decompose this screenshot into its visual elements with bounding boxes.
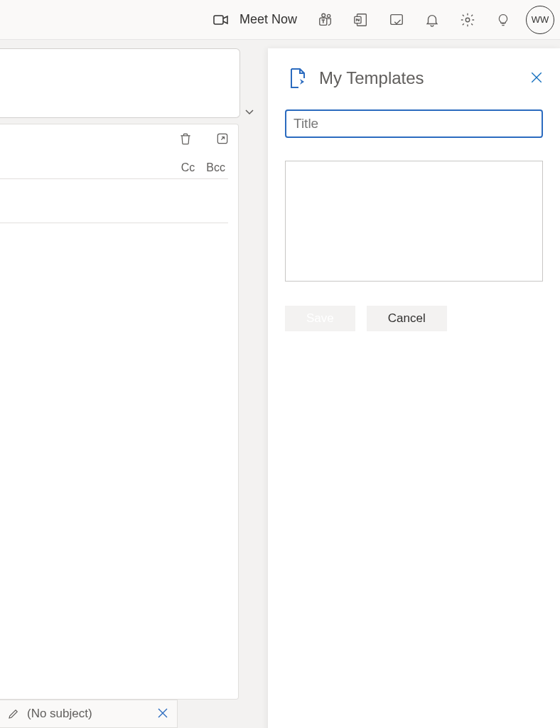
draft-tab[interactable]: (No subject)	[0, 700, 178, 728]
templates-panel: My Templates Save Cancel	[268, 48, 560, 728]
panel-header: My Templates	[268, 48, 560, 90]
avatar[interactable]: WW	[526, 6, 554, 34]
cc-bcc-row: Cc Bcc	[181, 161, 225, 174]
templates-icon	[286, 67, 309, 90]
template-title-input[interactable]	[285, 109, 543, 138]
pencil-icon	[7, 707, 20, 720]
popout-icon[interactable]	[214, 130, 231, 147]
template-body-input[interactable]	[285, 161, 543, 282]
meet-now-label: Meet Now	[239, 12, 297, 27]
subject-field-underline	[0, 223, 228, 223]
gear-icon[interactable]	[451, 3, 485, 37]
close-icon[interactable]	[530, 71, 544, 85]
svg-rect-0	[214, 16, 223, 24]
close-icon[interactable]	[157, 707, 170, 720]
svg-rect-6	[391, 14, 403, 24]
todo-icon[interactable]	[379, 3, 414, 37]
bell-icon[interactable]	[415, 3, 449, 37]
from-dropdown-box[interactable]	[0, 48, 240, 118]
draft-tab-label: (No subject)	[27, 707, 150, 721]
svg-point-2	[322, 14, 325, 17]
chevron-down-icon[interactable]	[242, 104, 257, 119]
svg-point-1	[327, 14, 330, 17]
panel-buttons: Save Cancel	[285, 306, 543, 331]
bcc-button[interactable]: Bcc	[206, 161, 225, 174]
avatar-initials: WW	[532, 14, 549, 25]
lightbulb-icon[interactable]	[486, 3, 520, 37]
onenote-feed-icon[interactable]	[344, 3, 378, 37]
to-field-underline	[0, 178, 228, 179]
video-icon	[212, 11, 230, 28]
teams-icon[interactable]	[308, 3, 343, 37]
save-button[interactable]: Save	[285, 306, 355, 331]
panel-title: My Templates	[319, 68, 530, 88]
cancel-button[interactable]: Cancel	[367, 306, 447, 331]
panel-body: Save Cancel	[268, 90, 560, 331]
top-bar: Meet Now	[0, 0, 560, 40]
compose-card: Cc Bcc	[0, 124, 239, 700]
svg-point-7	[465, 18, 470, 22]
cc-button[interactable]: Cc	[181, 161, 195, 174]
meet-now-button[interactable]: Meet Now	[203, 7, 307, 33]
trash-icon[interactable]	[177, 130, 194, 147]
workspace: Cc Bcc My Templates	[0, 40, 560, 728]
